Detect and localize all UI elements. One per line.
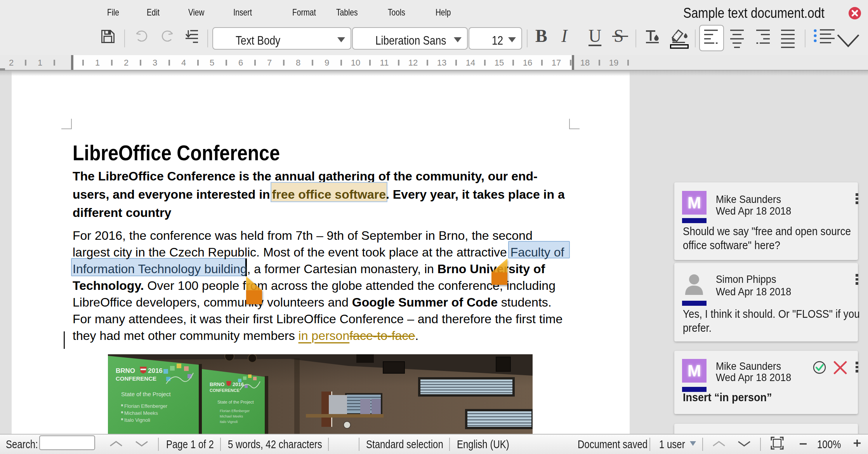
svg-text:Florian Effenberger: Florian Effenberger (220, 409, 250, 413)
svg-text:2016: 2016 (148, 367, 163, 374)
svg-text:CONFERENCE: CONFERENCE (210, 388, 240, 393)
svg-text:Italo Vignoli: Italo Vignoli (124, 417, 150, 423)
svg-text:State of the Project: State of the Project (217, 400, 254, 404)
svg-text:Florian Effenberger: Florian Effenberger (124, 403, 168, 409)
svg-text:CONFERENCE: CONFERENCE (116, 375, 156, 382)
svg-text:BRNO: BRNO (210, 381, 224, 387)
svg-text:State of the Project: State of the Project (121, 391, 171, 397)
svg-text:BRNO: BRNO (116, 367, 135, 374)
svg-text:Michael Meeks: Michael Meeks (124, 410, 158, 416)
svg-text:Italo Vignoli: Italo Vignoli (220, 420, 238, 424)
svg-text:2016: 2016 (233, 381, 244, 387)
svg-text:Michael Meeks: Michael Meeks (220, 414, 243, 418)
